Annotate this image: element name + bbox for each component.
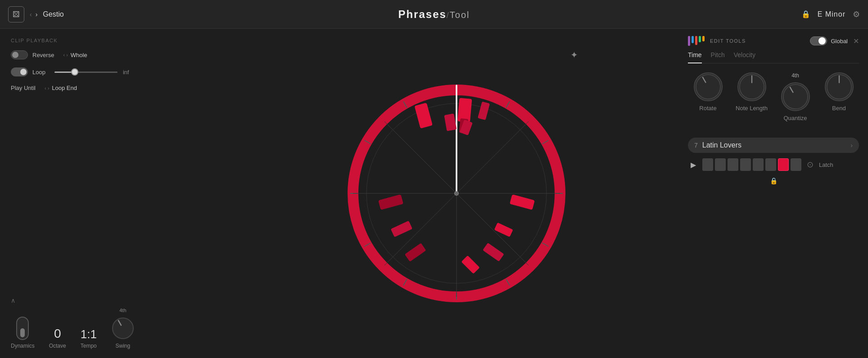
nav-back[interactable]: ‹ bbox=[29, 10, 33, 19]
key-display[interactable]: E Minor bbox=[818, 10, 845, 18]
swing-group: 4th Swing bbox=[111, 308, 135, 349]
app-icon: ⚄ bbox=[8, 6, 24, 22]
global-toggle-row: Global bbox=[810, 36, 848, 45]
color-bar-2 bbox=[692, 36, 694, 43]
color-bar-5 bbox=[702, 36, 705, 41]
tempo-group: 1:1 Tempo bbox=[81, 328, 97, 349]
svg-rect-31 bbox=[405, 243, 426, 262]
top-bar: ⚄ ‹ › Gestio Phrases/Tool 🔒 E Minor ⚙ bbox=[0, 0, 868, 29]
whole-stepper-arrows[interactable]: ‹ › bbox=[63, 52, 68, 58]
tab-time[interactable]: Time bbox=[688, 51, 702, 63]
phrases-logo: Phrases/Tool bbox=[398, 8, 470, 21]
step-block-1[interactable] bbox=[702, 158, 713, 171]
whole-stepper: ‹ › Whole bbox=[63, 52, 87, 58]
dynamics-group: Dynamics bbox=[11, 317, 35, 349]
tab-pitch[interactable]: Pitch bbox=[711, 51, 725, 60]
circle-container: ✦ bbox=[330, 45, 583, 342]
nav-icon[interactable]: ✦ bbox=[570, 49, 578, 60]
swing-dial[interactable] bbox=[111, 317, 135, 340]
preset-number: 7 bbox=[694, 142, 698, 149]
loop-end-arrows[interactable]: ‹ › bbox=[45, 85, 49, 91]
step-block-2[interactable] bbox=[715, 158, 726, 171]
svg-point-36 bbox=[696, 75, 720, 99]
main-area: CLIP PLAYBACK Reverse ‹ › Whole Loop inf… bbox=[0, 29, 868, 358]
dynamics-knob[interactable] bbox=[16, 317, 29, 340]
nav-arrows: ‹ › bbox=[29, 10, 38, 19]
octave-label: Octave bbox=[49, 343, 66, 349]
loop-slider-row: inf bbox=[54, 69, 129, 76]
loop-toggle[interactable] bbox=[11, 67, 28, 76]
edit-tools-title: EDIT TOOLS bbox=[710, 38, 805, 44]
preset-row[interactable]: 7 Latin Lovers › bbox=[688, 138, 859, 153]
latch-label: Latch bbox=[819, 161, 833, 168]
step-block-4[interactable] bbox=[740, 158, 751, 171]
tools-grid: Rotate Note Length 4th bbox=[688, 72, 859, 121]
tool-bend: Bend bbox=[819, 72, 859, 121]
tabs-row: Time Pitch Velocity bbox=[688, 51, 859, 63]
svg-rect-32 bbox=[444, 113, 457, 131]
svg-rect-22 bbox=[414, 103, 433, 128]
octave-value: 0 bbox=[54, 327, 61, 340]
svg-rect-27 bbox=[483, 243, 504, 262]
swing-dial-svg bbox=[111, 317, 135, 340]
color-bar-4 bbox=[699, 36, 701, 42]
palette-icon[interactable]: ⊙ bbox=[807, 160, 814, 170]
nav-forward[interactable]: › bbox=[35, 10, 39, 19]
svg-point-40 bbox=[783, 85, 807, 109]
gear-icon[interactable]: ⚙ bbox=[853, 9, 860, 19]
svg-rect-23 bbox=[457, 98, 472, 122]
app-title: Gestio bbox=[43, 10, 63, 18]
tempo-label: Tempo bbox=[81, 343, 97, 349]
close-button[interactable]: ✕ bbox=[853, 37, 859, 45]
step-block-8[interactable] bbox=[791, 158, 801, 171]
svg-point-0 bbox=[113, 318, 133, 339]
svg-rect-26 bbox=[494, 223, 513, 237]
quantize-value: 4th bbox=[791, 72, 799, 79]
global-toggle[interactable] bbox=[810, 36, 827, 45]
reverse-toggle[interactable] bbox=[11, 50, 28, 59]
whole-value: Whole bbox=[71, 52, 87, 58]
dynamics-knob-inner bbox=[20, 328, 25, 337]
reverse-row: Reverse bbox=[11, 50, 54, 59]
loop-row: Loop bbox=[11, 67, 45, 76]
edit-tools-header: EDIT TOOLS Global ✕ bbox=[688, 36, 859, 46]
left-panel: CLIP PLAYBACK Reverse ‹ › Whole Loop inf… bbox=[0, 29, 234, 358]
dynamics-label: Dynamics bbox=[11, 343, 35, 349]
tool-quantize: 4th Quantize bbox=[775, 72, 815, 121]
octave-group: 0 Octave bbox=[49, 327, 66, 349]
swing-value-above: 4th bbox=[119, 308, 126, 313]
swing-label: Swing bbox=[116, 343, 131, 349]
clip-playback-label: CLIP PLAYBACK bbox=[11, 38, 223, 43]
color-bar-3 bbox=[695, 36, 697, 45]
svg-point-35 bbox=[455, 192, 458, 195]
top-bar-left: ⚄ ‹ › Gestio bbox=[8, 6, 98, 22]
step-block-5[interactable] bbox=[753, 158, 764, 171]
play-button[interactable]: ▶ bbox=[688, 159, 699, 170]
step-block-3[interactable] bbox=[728, 158, 738, 171]
tool-rotate: Rotate bbox=[688, 72, 728, 121]
controls-row-1: Reverse ‹ › Whole bbox=[11, 50, 223, 59]
reverse-label: Reverse bbox=[32, 52, 54, 58]
logo-bold: Phrases bbox=[398, 8, 446, 20]
bend-dial[interactable] bbox=[825, 72, 854, 101]
tab-velocity[interactable]: Velocity bbox=[734, 51, 755, 60]
svg-rect-28 bbox=[461, 255, 480, 274]
logo-tool: Tool bbox=[450, 10, 470, 20]
loop-slider[interactable] bbox=[54, 72, 118, 73]
quantize-dial[interactable] bbox=[781, 82, 810, 111]
step-block-6[interactable] bbox=[765, 158, 776, 171]
step-block-7[interactable] bbox=[778, 158, 789, 171]
bottom-controls: ∧ Dynamics 0 Octave 1:1 Tempo bbox=[11, 290, 223, 349]
main-circle-svg[interactable] bbox=[339, 76, 574, 310]
svg-rect-24 bbox=[478, 102, 490, 120]
collapse-arrow[interactable]: ∧ bbox=[11, 297, 223, 304]
top-bar-center: Phrases/Tool bbox=[98, 8, 770, 21]
loop-value: inf bbox=[123, 69, 129, 76]
bend-label: Bend bbox=[832, 105, 845, 112]
right-panel: EDIT TOOLS Global ✕ Time Pitch Velocity bbox=[679, 29, 868, 358]
note-length-dial[interactable] bbox=[737, 72, 766, 101]
rotate-label: Rotate bbox=[699, 105, 716, 112]
step-blocks bbox=[702, 158, 801, 171]
rotate-dial[interactable] bbox=[694, 72, 723, 101]
preset-arrow: › bbox=[850, 142, 853, 149]
